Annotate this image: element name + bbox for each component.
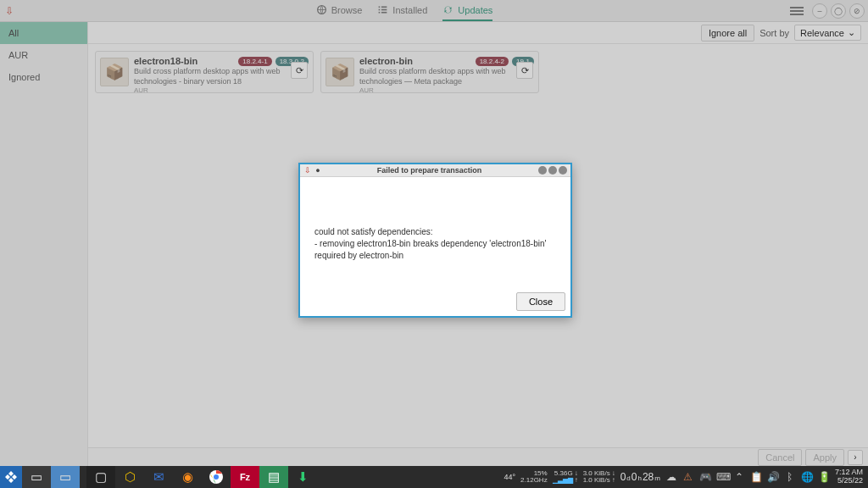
tray-clipboard-icon[interactable]: 📋: [750, 471, 762, 483]
cpu-indicator[interactable]: 15% 2.12GHz: [520, 470, 548, 484]
dialog-maximize-button[interactable]: [548, 166, 557, 175]
temp-indicator[interactable]: 44°: [504, 473, 515, 481]
tray-network-icon[interactable]: 🌐: [801, 471, 813, 483]
tray-keyboard-icon[interactable]: ⌨: [716, 471, 728, 483]
taskbar-firefox[interactable]: ◉: [173, 466, 202, 488]
dialog-minimize-button[interactable]: [538, 166, 547, 175]
start-menu-button[interactable]: [0, 466, 22, 488]
tray-warning-icon[interactable]: ⚠: [682, 471, 694, 483]
dialog-body: could not satisfy dependencies: - removi…: [300, 177, 570, 287]
error-line-1: could not satisfy dependencies:: [314, 226, 556, 238]
tray-volume-icon[interactable]: 🔊: [767, 471, 779, 483]
taskbar-downloader[interactable]: ⬇: [288, 466, 317, 488]
taskbar: ▭ ▭ ▢ ⬡ ✉ ◉ Fz ▤ ⬇ 44° 15% 2.12GHz 5.36G…: [0, 466, 868, 488]
tray-battery-icon[interactable]: 🔋: [818, 471, 830, 483]
taskbar-hexchat[interactable]: ⬡: [115, 466, 144, 488]
dialog-close-button[interactable]: [559, 166, 567, 175]
info-icon: ●: [314, 166, 322, 175]
dialog-title: Failed to prepare transaction: [322, 166, 537, 175]
mem-indicator[interactable]: 5.36G↓ ▁▃▅▆↑: [553, 470, 578, 484]
svg-point-8: [214, 474, 219, 480]
taskbar-desktop[interactable]: ▭: [22, 466, 51, 488]
taskbar-chrome[interactable]: [202, 466, 231, 488]
taskbar-spacer: [80, 466, 86, 488]
dialog-close-ok-button[interactable]: Close: [516, 292, 565, 311]
taskbar-libreoffice[interactable]: ▤: [259, 466, 288, 488]
taskbar-terminal[interactable]: ▢: [86, 466, 115, 488]
tray-chevron-up-icon[interactable]: ⌃: [733, 471, 745, 483]
tray-gamepad-icon[interactable]: 🎮: [699, 471, 711, 483]
taskbar-filezilla[interactable]: Fz: [231, 466, 259, 488]
error-dialog: ⇩ ● Failed to prepare transaction could …: [298, 163, 572, 318]
tray-bluetooth-icon[interactable]: ᛒ: [784, 471, 796, 483]
taskbar-window-preview[interactable]: ▭: [51, 466, 80, 488]
taskbar-thunderbird[interactable]: ✉: [144, 466, 173, 488]
dialog-titlebar[interactable]: ⇩ ● Failed to prepare transaction: [300, 164, 570, 177]
tray-cloud-icon[interactable]: ☁: [665, 471, 677, 483]
net-indicator[interactable]: 3.0 KiB/s↓ 1.0 KiB/s↑: [583, 470, 615, 484]
warning-icon: ⇩: [303, 166, 312, 175]
error-line-2: - removing electron18-bin breaks depende…: [314, 238, 556, 262]
uptime-indicator[interactable]: 0d 0h 28m: [620, 471, 660, 483]
taskbar-clock[interactable]: 7:12 AM 5/25/22: [835, 469, 863, 485]
